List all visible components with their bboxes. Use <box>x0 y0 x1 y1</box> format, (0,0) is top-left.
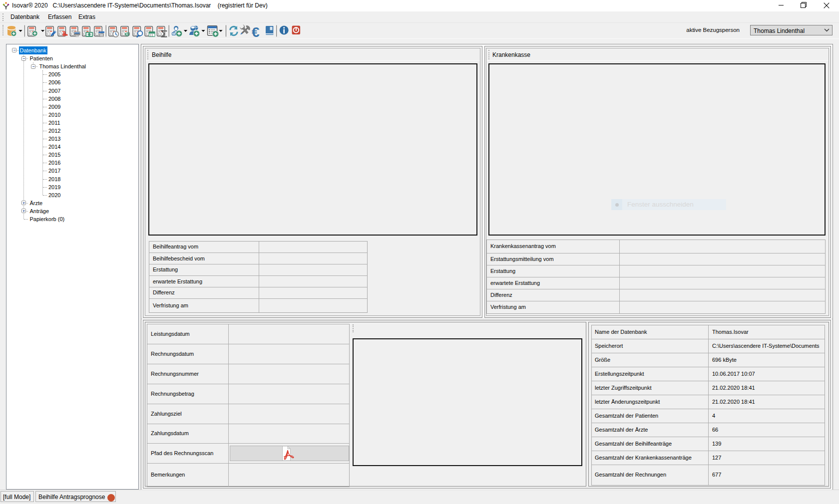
svg-text:€: € <box>252 24 260 39</box>
